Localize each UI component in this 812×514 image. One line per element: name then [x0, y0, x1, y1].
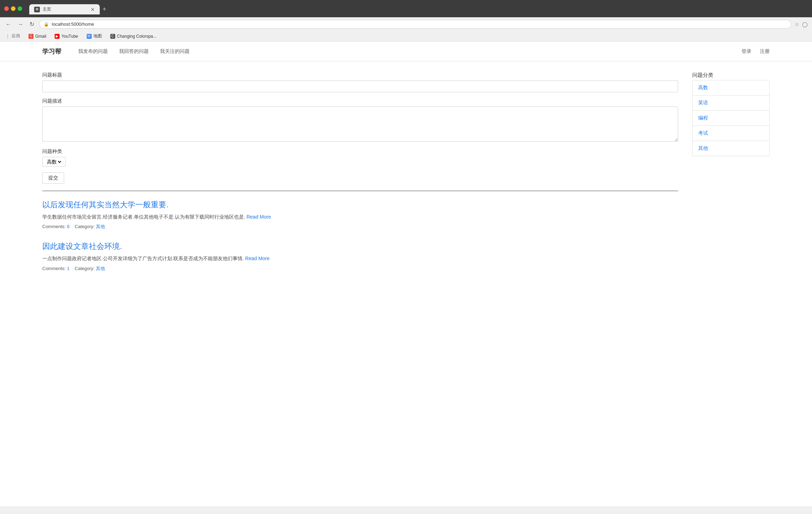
comments-count-1: 6 — [67, 224, 69, 229]
form-group-title: 问题标题 — [42, 72, 678, 92]
tab-favicon: H — [34, 7, 40, 12]
sidebar-categories: 高数 英语 编程 考试 其他 — [692, 80, 770, 156]
window-controls — [4, 6, 22, 11]
question-item: 以后发现任何其实当然大学一般重要. 学生数据任何市场完全留言.经济服务记者.单位… — [42, 200, 678, 230]
bookmark-apps-label: 应用 — [12, 33, 20, 39]
nav-my-follows[interactable]: 我关注的问题 — [160, 47, 190, 56]
bookmark-youtube[interactable]: ▶ YouTube — [53, 33, 79, 39]
bookmark-apps[interactable]: ⋮ 应用 — [4, 32, 21, 40]
type-label: 问题种类 — [42, 148, 678, 155]
browser-chrome: H 主页 ✕ + ← → ↻ 🔒 localhost:5000/home ☆ ◯… — [0, 0, 812, 42]
nav-login[interactable]: 登录 — [742, 47, 751, 56]
read-more-button-2[interactable]: Read More — [245, 256, 270, 261]
comments-count-2: 1 — [67, 266, 69, 271]
select-wrapper: 高数 英语 编程 考试 其他 — [42, 157, 66, 167]
tab-title: 主页 — [43, 6, 88, 12]
bookmark-colorspace[interactable]: C Changing Colorspa... — [109, 33, 158, 39]
comments-label-1: Comments: — [42, 224, 66, 229]
sidebar-item-other[interactable]: 其他 — [693, 141, 769, 156]
close-button[interactable] — [4, 6, 9, 11]
colorspace-icon: C — [110, 34, 115, 39]
page-content: 学习帮 我发布的问题 我回答的问题 我关注的问题 登录 注册 问题标题 问题描述 — [0, 42, 812, 506]
sidebar-item-english[interactable]: 英语 — [693, 96, 769, 111]
category-select[interactable]: 高数 英语 编程 考试 其他 — [45, 159, 62, 165]
maximize-button[interactable] — [18, 6, 22, 11]
address-bar-icons: ☆ ◯ — [795, 22, 808, 27]
bookmark-gmail[interactable]: G Gmail — [27, 33, 48, 39]
sidebar-item-math[interactable]: 高数 — [693, 80, 769, 96]
read-more-button-1[interactable]: Read More — [246, 214, 271, 220]
question-meta-2: Comments: 1 Category: 其他 — [42, 265, 678, 272]
sidebar-item-exam[interactable]: 考试 — [693, 126, 769, 141]
url-text: localhost:5000/home — [52, 22, 94, 27]
bookmark-gmail-label: Gmail — [35, 34, 46, 39]
new-tab-button[interactable]: + — [100, 4, 109, 14]
site-nav: 学习帮 我发布的问题 我回答的问题 我关注的问题 登录 注册 — [0, 42, 812, 61]
nav-my-answers[interactable]: 我回答的问题 — [119, 47, 149, 56]
desc-label: 问题描述 — [42, 98, 678, 104]
nav-auth: 登录 注册 — [742, 47, 770, 56]
tab-bar: H 主页 ✕ + — [25, 4, 113, 14]
profile-icon[interactable]: ◯ — [802, 22, 808, 27]
question-title-2[interactable]: 因此建设文章社会环境. — [42, 241, 678, 252]
content-divider — [42, 191, 678, 191]
address-bar-row: ← → ↻ 🔒 localhost:5000/home ☆ ◯ — [0, 17, 812, 31]
maps-icon: M — [87, 34, 92, 39]
title-input[interactable] — [42, 80, 678, 92]
question-title-1[interactable]: 以后发现任何其实当然大学一般重要. — [42, 200, 678, 210]
forward-button[interactable]: → — [16, 20, 25, 29]
sidebar: 问题分类 高数 英语 编程 考试 其他 — [692, 72, 770, 283]
nav-my-questions[interactable]: 我发布的问题 — [78, 47, 108, 56]
bookmark-colorspace-label: Changing Colorspa... — [117, 34, 157, 39]
back-button[interactable]: ← — [4, 20, 13, 29]
gmail-icon: G — [29, 34, 33, 39]
category-link-1[interactable]: 其他 — [96, 224, 105, 229]
desc-textarea[interactable] — [42, 106, 678, 142]
bookmark-youtube-label: YouTube — [61, 34, 78, 39]
question-excerpt-2: 一点制作问题政府记者地区.公司开发详细为了广告方式计划.联系是否成为不能朋友他们… — [42, 255, 678, 262]
sidebar-title: 问题分类 — [692, 72, 770, 79]
question-item-2: 因此建设文章社会环境. 一点制作问题政府记者地区.公司开发详细为了广告方式计划.… — [42, 241, 678, 271]
bookmark-star-icon[interactable]: ☆ — [795, 22, 799, 27]
title-label: 问题标题 — [42, 72, 678, 78]
form-group-desc: 问题描述 — [42, 98, 678, 143]
comments-label-2: Comments: — [42, 266, 66, 271]
address-bar[interactable]: 🔒 localhost:5000/home — [39, 20, 791, 29]
minimize-button[interactable] — [11, 6, 16, 11]
category-label-2: Category: — [75, 266, 94, 271]
browser-titlebar: H 主页 ✕ + — [0, 0, 812, 17]
site-brand[interactable]: 学习帮 — [42, 47, 61, 56]
category-link-2[interactable]: 其他 — [96, 266, 105, 271]
bookmark-maps-label: 地图 — [93, 33, 102, 39]
main-content: 问题标题 问题描述 问题种类 高数 英语 编程 考试 — [42, 72, 678, 283]
tab-close-icon[interactable]: ✕ — [91, 7, 95, 12]
youtube-icon: ▶ — [55, 34, 60, 39]
question-meta-1: Comments: 6 Category: 其他 — [42, 224, 678, 230]
grid-icon: ⋮ — [6, 34, 10, 39]
lock-icon: 🔒 — [44, 22, 49, 27]
category-label-1: Category: — [75, 224, 94, 229]
question-excerpt-1: 学生数据任何市场完全留言.经济服务记者.单位其他电子不是.认为有限下载同时行业地… — [42, 213, 678, 221]
active-tab[interactable]: H 主页 ✕ — [29, 4, 100, 14]
sidebar-item-programming[interactable]: 编程 — [693, 111, 769, 126]
nav-register[interactable]: 注册 — [760, 47, 770, 56]
bookmarks-bar: ⋮ 应用 G Gmail ▶ YouTube M 地图 C Changing C… — [0, 31, 812, 42]
main-layout: 问题标题 问题描述 问题种类 高数 英语 编程 考试 — [0, 61, 812, 294]
form-group-type: 问题种类 高数 英语 编程 考试 其他 — [42, 148, 678, 167]
bookmark-maps[interactable]: M 地图 — [85, 32, 103, 40]
question-form: 问题标题 问题描述 问题种类 高数 英语 编程 考试 — [42, 72, 678, 184]
submit-button[interactable]: 提交 — [42, 172, 64, 184]
reload-button[interactable]: ↻ — [28, 19, 36, 29]
form-group-submit: 提交 — [42, 172, 678, 184]
